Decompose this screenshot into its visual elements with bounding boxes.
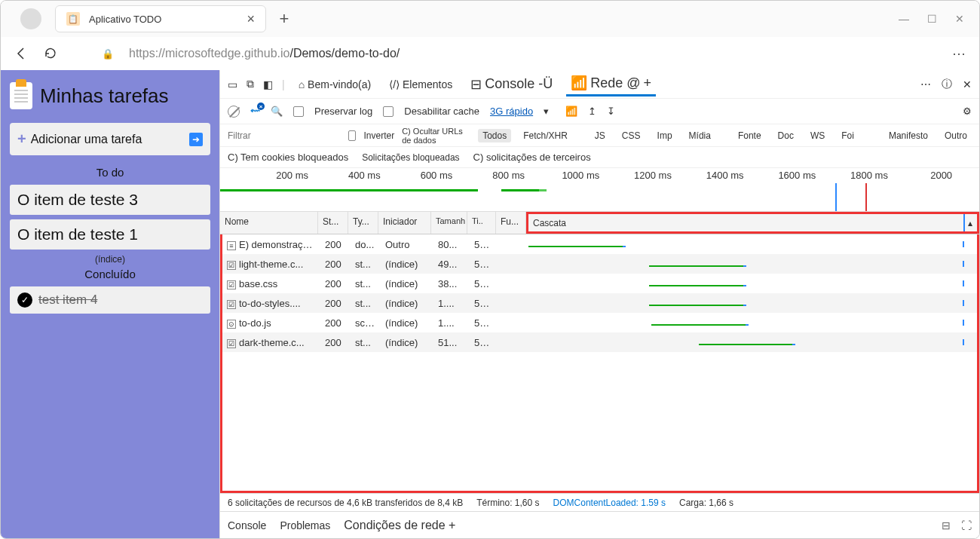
close-tab-icon[interactable]: × (247, 11, 255, 27)
col-initiator[interactable]: Iniciador (378, 212, 431, 234)
search-icon[interactable]: 🔍 (271, 106, 283, 117)
tab-elements[interactable]: ⟨/⟩ Elementos (384, 75, 457, 93)
disable-cache-checkbox[interactable] (383, 106, 394, 117)
dcl-time: DOMContentLoaded: 1.59 s (553, 498, 666, 508)
col-size[interactable]: Tamanh (431, 212, 467, 234)
table-row[interactable]: ⊙to-do.js200scr...(índice)1....57... (222, 313, 977, 332)
table-row[interactable]: ☑dark-theme.c...200st...(índice)51...56.… (222, 332, 977, 352)
add-task-label: Adicionar uma tarefa (31, 133, 142, 146)
sort-icon: ▴ (968, 218, 972, 228)
profile-avatar[interactable] (20, 8, 41, 29)
browser-tab[interactable]: 📋 Aplicativo TODO × (55, 5, 266, 32)
throttle-chevron-icon[interactable]: ▾ (544, 106, 549, 117)
finish-time: Término: 1,60 s (476, 498, 539, 508)
settings-gear-icon[interactable]: ⚙ (963, 106, 972, 117)
blocked-requests-filter[interactable]: Solicitações bloqueadas (362, 152, 459, 163)
filter-type[interactable]: WS (806, 129, 829, 142)
back-button[interactable] (14, 46, 29, 61)
filter-type[interactable]: Fetch/XHR (519, 129, 572, 142)
invert-checkbox[interactable] (348, 130, 356, 141)
filter-type[interactable]: Fonte (733, 129, 766, 142)
done-heading: Concluído (10, 268, 210, 280)
done-task-label: test item 4 (38, 292, 97, 308)
filter-input[interactable] (228, 130, 341, 141)
browser-menu-icon[interactable]: ⋯ (952, 45, 966, 62)
dock-icon[interactable]: ◧ (263, 78, 273, 90)
third-party-filter[interactable]: C) solicitações de terceiros (473, 152, 591, 163)
filter-type[interactable]: JS (590, 129, 610, 142)
add-task-button[interactable]: + Adicionar uma tarefa ➜ (10, 123, 210, 155)
col-type[interactable]: Ty... (348, 212, 378, 234)
table-row[interactable]: ☑base.css200st...(índice)38...56... (222, 274, 977, 293)
task-item[interactable]: O item de teste 1 (10, 219, 210, 250)
tab-console[interactable]: ⊟ Console -Ü (466, 73, 557, 96)
filter-toggle-icon[interactable]: ⬳× (250, 106, 260, 117)
todo-heading: To do (10, 166, 210, 179)
devtools-panel: ▭ ⧉ ◧ | ⌂ Bem-vindo(a) ⟨/⟩ Elementos ⊟ C… (219, 70, 979, 538)
devtools-tab-bar: ▭ ⧉ ◧ | ⌂ Bem-vindo(a) ⟨/⟩ Elementos ⊟ C… (220, 70, 979, 99)
drawer-icon[interactable]: ⊟ (942, 519, 951, 531)
hide-data-urls[interactable]: C) Ocultar URLs de dados (402, 127, 470, 145)
disable-cache-label: Desabilitar cache (404, 106, 479, 117)
table-row[interactable]: ☑light-theme.c...200st...(índice)49...56… (222, 254, 977, 274)
table-row[interactable]: ☑to-do-styles....200st...(índice)1....56… (222, 293, 977, 313)
window-controls: — ☐ ✕ (899, 13, 973, 25)
request-stats: 6 solicitações de recursos de 4,6 kB tra… (228, 498, 463, 508)
filter-type[interactable]: Foi (837, 129, 859, 142)
close-devtools-icon[interactable]: ✕ (963, 78, 972, 90)
table-body: ≡E) demonstração a fazer/200do...Outro80… (220, 234, 979, 493)
timeline-overview[interactable]: 200 ms400 ms600 ms800 ms1000 ms1200 ms14… (220, 168, 979, 212)
close-icon[interactable]: ✕ (955, 13, 964, 25)
submit-arrow-icon[interactable]: ➜ (189, 133, 203, 146)
throttle-select[interactable]: 3G rápido (490, 106, 533, 117)
filter-type[interactable]: Outro (940, 129, 972, 142)
table-row[interactable]: ≡E) demonstração a fazer/200do...Outro80… (222, 234, 977, 254)
more-tools-icon[interactable]: ⋯ (920, 78, 931, 90)
tab-welcome[interactable]: ⌂ Bem-vindo(a) (294, 75, 376, 93)
wifi-icon[interactable]: 📶 (565, 106, 577, 117)
todo-app: Minhas tarefas + Adicionar uma tarefa ➜ … (1, 70, 219, 538)
tab-network[interactable]: 📶 Rede @ + (566, 72, 656, 96)
clipboard-icon (10, 82, 32, 109)
task-item-done[interactable]: ✓ test item 4 (10, 286, 210, 314)
table-header: Nome St... Ty... Iniciador Tamanh Ti.. F… (220, 212, 979, 234)
filter-type[interactable]: Imp (653, 129, 677, 142)
help-icon[interactable]: ⓘ (942, 78, 952, 91)
preserve-log-checkbox[interactable] (293, 106, 304, 117)
blocked-cookies-filter[interactable]: C) Tem cookies bloqueados (228, 152, 348, 163)
filter-bar-2: C) Tem cookies bloqueados Solicitações b… (220, 147, 979, 168)
filter-type-all[interactable]: Todos (478, 129, 511, 142)
maximize-icon[interactable]: ☐ (927, 13, 937, 25)
task-item[interactable]: O item de teste 3 (10, 185, 210, 215)
record-stop-icon[interactable] (228, 106, 240, 118)
invert-label: Inverter (363, 130, 394, 141)
filter-type[interactable]: Mídia (684, 129, 715, 142)
device-icon[interactable]: ⧉ (247, 78, 254, 90)
app-title: Minhas tarefas (10, 82, 210, 109)
col-status[interactable]: St... (318, 212, 348, 234)
upload-icon[interactable]: ↥ (588, 106, 596, 117)
load-time: Carga: 1,66 s (679, 498, 733, 508)
col-time[interactable]: Ti.. (467, 212, 496, 234)
favicon-icon: 📋 (66, 12, 80, 26)
drawer-tab-netcond[interactable]: Condições de rede + (344, 519, 455, 532)
url-display[interactable]: https://microsoftedge.github.io/Demos/de… (129, 47, 400, 60)
filter-bar: Inverter C) Ocultar URLs de dados Todos … (220, 124, 979, 147)
filter-type[interactable]: Manifesto (884, 129, 933, 142)
site-info-icon[interactable]: 🔒 (100, 46, 115, 61)
download-icon[interactable]: ↧ (607, 106, 615, 117)
col-fulfilled[interactable]: Fu... (496, 212, 526, 234)
expand-drawer-icon[interactable]: ⛶ (961, 519, 972, 531)
col-waterfall[interactable]: Cascata▴ (526, 212, 979, 234)
inspect-icon[interactable]: ▭ (228, 78, 237, 90)
refresh-button[interactable] (43, 46, 58, 61)
filter-type[interactable]: CSS (617, 129, 645, 142)
drawer-tab-console[interactable]: Console (228, 519, 266, 531)
address-bar: 🔒 https://microsoftedge.github.io/Demos/… (1, 37, 979, 70)
drawer-tab-problems[interactable]: Problemas (280, 519, 330, 531)
filter-type[interactable]: Doc (773, 129, 798, 142)
col-name[interactable]: Nome (220, 212, 318, 234)
drawer-bar: Console Problemas Condições de rede + ⊟ … (220, 511, 979, 538)
minimize-icon[interactable]: — (899, 13, 909, 25)
new-tab-button[interactable]: + (272, 7, 296, 31)
